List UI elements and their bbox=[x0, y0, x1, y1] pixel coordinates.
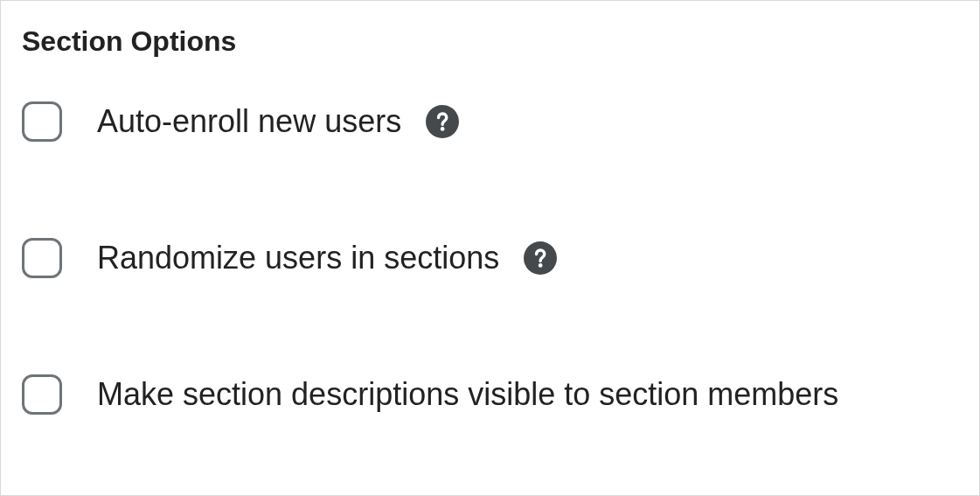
auto-enroll-label: Auto-enroll new users bbox=[97, 102, 401, 140]
svg-point-3 bbox=[539, 263, 543, 268]
panel-title: Section Options bbox=[22, 25, 958, 58]
option-auto-enroll: Auto-enroll new users bbox=[22, 101, 958, 142]
option-descriptions-visible: Make section descriptions visible to sec… bbox=[22, 374, 958, 415]
section-options-panel: Section Options Auto-enroll new users Ra… bbox=[0, 0, 980, 496]
help-icon[interactable] bbox=[524, 241, 557, 275]
randomize-label: Randomize users in sections bbox=[97, 239, 499, 276]
descriptions-visible-label: Make section descriptions visible to sec… bbox=[97, 375, 838, 413]
randomize-checkbox[interactable] bbox=[22, 238, 62, 278]
descriptions-visible-checkbox[interactable] bbox=[22, 374, 62, 415]
auto-enroll-checkbox[interactable] bbox=[22, 101, 62, 142]
option-randomize: Randomize users in sections bbox=[22, 238, 958, 278]
help-icon[interactable] bbox=[426, 105, 459, 138]
svg-point-1 bbox=[441, 127, 445, 131]
